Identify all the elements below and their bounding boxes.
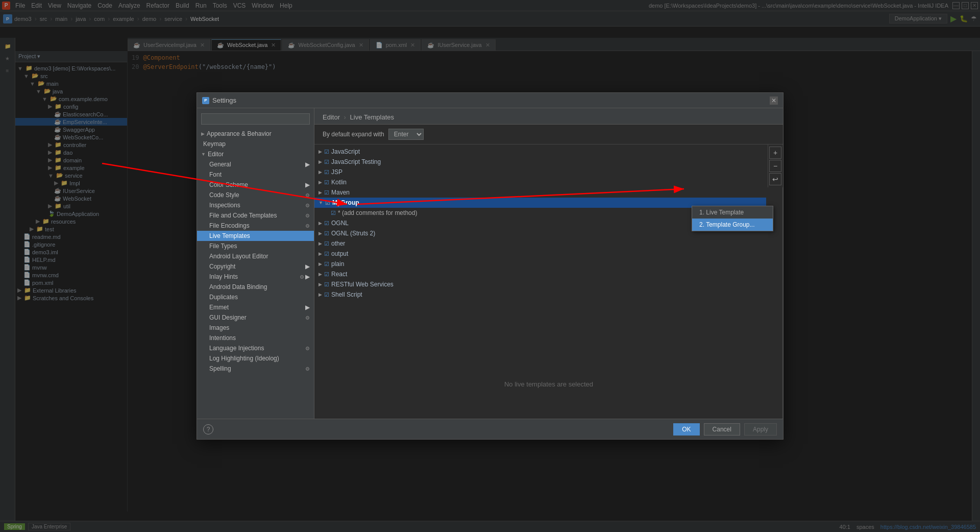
nav-file-code-templates[interactable]: File and Code Templates ⚙: [197, 210, 314, 221]
remove-template-button[interactable]: −: [769, 160, 781, 172]
dialog-overlay: P Settings ✕ ▶ Appearance & Behavior: [0, 0, 980, 532]
ok-button[interactable]: OK: [673, 423, 699, 436]
ctx-template-group-label: 2. Template Group...: [699, 221, 755, 228]
nav-android-data-binding[interactable]: Android Data Binding: [197, 282, 314, 292]
nav-intentions-label: Intentions: [209, 334, 236, 342]
breadcrumb-current: Live Templates: [350, 113, 394, 121]
nav-color-scheme-label: Color Scheme: [209, 181, 248, 188]
help-button[interactable]: ?: [203, 424, 213, 434]
tpl-plain[interactable]: ▶ ☑ plain: [314, 259, 766, 269]
ide-background: P File Edit View Navigate Code Analyze R…: [0, 0, 980, 532]
nav-android-layout-editor-label: Android Layout Editor: [209, 253, 268, 260]
nav-appearance[interactable]: ▶ Appearance & Behavior: [197, 129, 314, 139]
tpl-react[interactable]: ▶ ☑ React: [314, 269, 766, 279]
arr-other: ▶: [318, 241, 322, 246]
arrow-editor: ▼: [201, 152, 206, 157]
tpl-javascript-testing[interactable]: ▶ ☑ JavaScript Testing: [314, 157, 766, 167]
inspections-icon: ⚙: [305, 203, 310, 208]
tpl-kotlin[interactable]: ▶ ☑ Kotlin: [314, 177, 766, 187]
tpl-maven[interactable]: ▶ ☑ Maven: [314, 187, 766, 198]
nav-copyright[interactable]: Copyright ▶: [197, 261, 314, 272]
nav-duplicates[interactable]: Duplicates: [197, 292, 314, 302]
nav-color-scheme[interactable]: Color Scheme ▶: [197, 180, 314, 190]
file-code-templates-icon: ⚙: [305, 213, 310, 219]
cancel-button[interactable]: Cancel: [704, 423, 740, 436]
nav-inspections[interactable]: Inspections ⚙: [197, 200, 314, 210]
arrow-general: ▶: [305, 161, 310, 168]
nav-general-label: General: [209, 161, 231, 168]
tpl-output[interactable]: ▶ ☑ output: [314, 249, 766, 259]
add-template-button[interactable]: +: [769, 147, 781, 159]
nav-log-highlighting[interactable]: Log Highlighting (Ideolog): [197, 353, 314, 364]
nav-emmet-label: Emmet: [209, 304, 229, 311]
breadcrumb-sep: ›: [344, 113, 346, 121]
check-ognl: ☑: [324, 220, 329, 227]
arr-kotlin: ▶: [318, 180, 322, 185]
nav-live-templates-label: Live Templates: [209, 232, 250, 239]
nav-language-injections[interactable]: Language Injections ⚙: [197, 343, 314, 353]
no-selection-message: No live templates are selected: [504, 380, 593, 388]
tpl-other[interactable]: ▶ ☑ other: [314, 238, 766, 249]
arr-mygroup: ▼: [318, 200, 323, 205]
nav-keymap-label: Keymap: [203, 140, 226, 148]
nav-live-templates[interactable]: Live Templates: [197, 231, 314, 241]
dialog-body: ▶ Appearance & Behavior Keymap ▼ Editor: [197, 108, 783, 419]
nav-inspections-label: Inspections: [209, 202, 240, 209]
nav-file-encodings[interactable]: File Encodings ⚙: [197, 221, 314, 231]
ctx-live-template[interactable]: 1. Live Template: [692, 206, 773, 219]
nav-gui-designer[interactable]: GUI Designer ⚙: [197, 312, 314, 323]
list-toolbar: + − ↩: [768, 144, 783, 187]
tpl-shell[interactable]: ▶ ☑ Shell Script: [314, 289, 766, 300]
nav-appearance-label: Appearance & Behavior: [207, 130, 272, 137]
arrow-color-scheme: ▶: [305, 181, 310, 188]
nav-font[interactable]: Font: [197, 170, 314, 180]
check-maven: ☑: [324, 189, 329, 196]
arr-jsp: ▶: [318, 170, 322, 175]
nav-editor-label: Editor: [208, 151, 224, 158]
nav-images[interactable]: Images: [197, 323, 314, 333]
lang-inject-icon: ⚙: [305, 346, 310, 351]
arr-plain: ▶: [318, 261, 322, 267]
nav-intentions[interactable]: Intentions: [197, 333, 314, 343]
templates-list[interactable]: ▶ ☑ JavaScript ▶ ☑ JavaScript Testing: [314, 144, 783, 419]
dialog-title: Settings: [212, 96, 236, 104]
dialog-logo: P: [202, 97, 209, 104]
code-style-icon: ⚙: [305, 192, 310, 198]
nav-copyright-label: Copyright: [209, 263, 235, 270]
nav-android-layout-editor[interactable]: Android Layout Editor: [197, 251, 314, 261]
nav-images-label: Images: [209, 324, 229, 331]
restore-template-button[interactable]: ↩: [769, 173, 781, 185]
nav-code-style-label: Code Style: [209, 191, 239, 199]
nav-inlay-hints[interactable]: Inlay Hints ⚙ ▶: [197, 272, 314, 282]
expand-with-select[interactable]: Enter Tab Space: [388, 129, 424, 140]
nav-file-types-label: File Types: [209, 243, 237, 250]
tpl-javascript[interactable]: ▶ ☑ JavaScript: [314, 147, 766, 157]
ctx-template-group[interactable]: 2. Template Group...: [692, 219, 773, 231]
nav-android-data-binding-label: Android Data Binding: [209, 283, 267, 291]
arrow-inlay-hints: ▶: [305, 273, 310, 280]
nav-code-style[interactable]: Code Style ⚙: [197, 190, 314, 200]
tpl-restful[interactable]: ▶ ☑ RESTful Web Services: [314, 279, 766, 289]
check-react: ☑: [324, 271, 329, 278]
check-ognl-struts: ☑: [324, 230, 329, 237]
nav-general[interactable]: General ▶: [197, 159, 314, 170]
tpl-jsp[interactable]: ▶ ☑ JSP: [314, 167, 766, 177]
arr-ognl-struts: ▶: [318, 231, 322, 236]
dialog-close-button[interactable]: ✕: [770, 96, 778, 105]
nav-emmet[interactable]: Emmet ▶: [197, 302, 314, 312]
check-other: ☑: [324, 240, 329, 247]
spelling-icon: ⚙: [305, 366, 310, 372]
nav-editor[interactable]: ▼ Editor: [197, 149, 314, 159]
templates-area: ▶ ☑ JavaScript ▶ ☑ JavaScript Testing: [314, 144, 783, 419]
dialog-title-bar: P Settings ✕: [197, 93, 783, 108]
settings-search-input[interactable]: [201, 113, 310, 125]
nav-spelling[interactable]: Spelling ⚙: [197, 364, 314, 374]
arr-react: ▶: [318, 272, 322, 277]
nav-keymap[interactable]: Keymap: [197, 139, 314, 149]
check-jsp: ☑: [324, 169, 329, 176]
gui-designer-icon: ⚙: [305, 315, 310, 321]
nav-file-types[interactable]: File Types: [197, 241, 314, 251]
content-breadcrumb: Editor › Live Templates: [323, 113, 775, 121]
arrow-copyright: ▶: [305, 263, 310, 270]
apply-button[interactable]: Apply: [744, 423, 777, 436]
